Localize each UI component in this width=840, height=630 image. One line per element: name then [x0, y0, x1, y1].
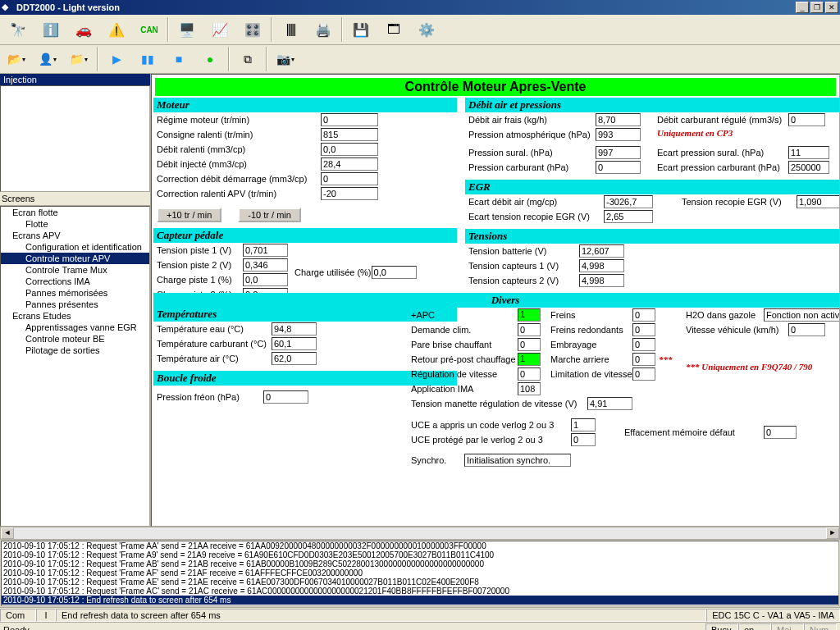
regulation-vitesse-value[interactable] — [518, 368, 541, 381]
folder-open-icon[interactable]: 📂▾ — [3, 50, 30, 68]
minimize-button[interactable]: _ — [796, 2, 809, 13]
pause-button[interactable]: ▮▮ — [135, 50, 161, 68]
printer-icon[interactable]: 🖨️ — [308, 16, 338, 43]
tree-item[interactable]: Pilotage de sorties — [1, 345, 149, 356]
tree-root-selection[interactable]: Injection — [0, 74, 150, 85]
tension-capteurs2-value[interactable] — [579, 274, 624, 287]
freins-redondants-value[interactable] — [632, 323, 655, 336]
ecart-tension-recopie-value[interactable] — [604, 210, 653, 223]
effacement-memoire-value[interactable] — [764, 426, 797, 439]
log-line[interactable]: 2010-09-10 17:05:12 : Request 'Frame AE'… — [2, 578, 838, 587]
scroll-left-icon[interactable]: ◄ — [1, 527, 14, 539]
charge-piste1-value[interactable] — [243, 273, 288, 286]
tree-item[interactable]: Controle moteur APV — [1, 253, 149, 264]
log-line[interactable]: 2010-09-10 17:05:12 : Request 'Frame AC'… — [2, 587, 838, 596]
tree-item[interactable]: Flotte — [1, 218, 149, 230]
tree-group[interactable]: Ecran flotte — [1, 207, 149, 218]
record-button[interactable]: ● — [197, 50, 223, 68]
can-icon[interactable]: CAN — [135, 16, 164, 43]
tree-item[interactable]: Pannes mémorisées — [1, 287, 149, 299]
label: Charge piste 1 (%) — [157, 275, 243, 285]
board-icon[interactable]: 🎛️ — [238, 16, 267, 43]
chart-icon[interactable]: 📈 — [205, 16, 235, 43]
temp-eau-value[interactable] — [272, 322, 317, 336]
folder-icon[interactable]: 📁▾ — [66, 50, 92, 68]
barcode-icon[interactable]: ||||| — [276, 16, 305, 43]
ecu-tree[interactable] — [0, 85, 150, 192]
debit-air-frais-value[interactable] — [596, 113, 641, 126]
camera-icon[interactable]: 📷▾ — [272, 50, 299, 68]
info-icon[interactable]: ℹ️ — [36, 16, 66, 43]
log-line[interactable]: 2010-09-10 17:05:12 : End refresh data t… — [2, 596, 838, 605]
tree-item[interactable]: Controle moteur BE — [1, 333, 149, 345]
tree-item[interactable]: Pannes présentes — [1, 299, 149, 310]
scroll-right-icon[interactable]: ► — [826, 527, 839, 539]
ecart-pression-carb-value[interactable] — [788, 161, 829, 174]
chip-icon[interactable]: 💾 — [346, 16, 376, 43]
debit-injecte-value[interactable] — [321, 158, 378, 171]
uce-appris-value[interactable] — [571, 418, 596, 431]
tension-recopie-egr-value[interactable] — [797, 195, 840, 208]
tension-piste2-value[interactable] — [243, 258, 288, 272]
plus-10-button[interactable]: +10 tr / min — [157, 208, 221, 222]
close-button[interactable]: ✕ — [825, 2, 838, 13]
page-title: Contrôle Moteur Apres-Vente — [155, 78, 836, 96]
window-icon[interactable]: 🗔 — [379, 16, 409, 43]
user-icon[interactable]: 👤▾ — [34, 50, 61, 68]
log-line[interactable]: 2010-09-10 17:05:12 : Request 'Frame AA'… — [2, 541, 838, 550]
demande-clim-value[interactable] — [518, 323, 541, 336]
pression-freon-value[interactable] — [263, 390, 308, 404]
temp-carburant-value[interactable] — [272, 337, 317, 350]
regime-moteur-value[interactable] — [321, 113, 378, 126]
vitesse-vehicule-value[interactable] — [788, 323, 825, 336]
scroll-track[interactable] — [14, 527, 826, 539]
consigne-ralenti-value[interactable] — [321, 128, 378, 141]
tension-capteurs1-value[interactable] — [579, 259, 624, 272]
corr-ralenti-value[interactable] — [321, 187, 378, 200]
play-button[interactable]: ▶ — [103, 50, 130, 68]
binoculars-icon[interactable]: 🔭 — [3, 16, 33, 43]
debit-carburant-reg-value[interactable] — [788, 113, 825, 126]
parebrise-value[interactable] — [518, 338, 541, 351]
log-line[interactable]: 2010-09-10 17:05:12 : Request 'Frame A9'… — [2, 550, 838, 559]
temp-air-value[interactable] — [272, 352, 317, 365]
copy-icon[interactable]: ⧉ — [235, 50, 261, 68]
debit-ralenti-value[interactable] — [321, 143, 378, 156]
restore-button[interactable]: ❐ — [810, 2, 824, 13]
warning-icon[interactable]: ⚠️ — [102, 16, 131, 43]
tree-item[interactable]: Configuration et identification — [1, 241, 149, 253]
tree-group[interactable]: Ecrans Etudes — [1, 310, 149, 322]
log-line[interactable]: 2010-09-10 17:05:12 : Request 'Frame AF'… — [2, 568, 838, 578]
charge-utilisee-value[interactable] — [372, 266, 417, 279]
tree-item[interactable]: Corrections IMA — [1, 276, 149, 287]
h2o-gazole-value[interactable] — [764, 308, 840, 322]
log-panel[interactable]: 2010-09-10 17:05:12 : Request 'Frame AA'… — [1, 541, 839, 606]
tension-piste1-value[interactable] — [243, 244, 288, 257]
embrayage-value[interactable] — [632, 338, 655, 351]
limitation-vitesse-value[interactable] — [632, 368, 655, 381]
ecart-pression-sural-value[interactable] — [788, 146, 829, 159]
synchro-value[interactable] — [464, 454, 571, 467]
tension-manette-value[interactable] — [587, 397, 632, 410]
pression-sural-value[interactable] — [596, 146, 641, 159]
pression-atmo-value[interactable] — [596, 128, 641, 141]
tree-group[interactable]: Ecrans APV — [1, 230, 149, 241]
corr-demarrage-value[interactable] — [321, 172, 378, 185]
tension-batterie-value[interactable] — [579, 244, 624, 258]
freins-value[interactable] — [632, 308, 655, 322]
marche-arriere-value[interactable] — [632, 353, 655, 366]
ecart-debit-air-value[interactable] — [604, 195, 653, 208]
pression-carburant-value[interactable] — [596, 161, 641, 174]
uce-protege-value[interactable] — [571, 433, 596, 446]
monitor-icon[interactable]: 🖥️ — [172, 16, 202, 43]
stop-button[interactable]: ■ — [166, 50, 192, 68]
screens-tree[interactable]: Ecran flotteFlotteEcrans APVConfiguratio… — [0, 206, 150, 527]
gear-icon[interactable]: ⚙️ — [412, 16, 441, 43]
log-line[interactable]: 2010-09-10 17:05:12 : Request 'Frame AB'… — [2, 559, 838, 568]
minus-10-button[interactable]: -10 tr / min — [238, 208, 301, 222]
application-ima-value[interactable] — [518, 382, 541, 395]
horizontal-scrollbar[interactable]: ◄ ► — [0, 527, 840, 540]
tree-item[interactable]: Apprentissages vanne EGR — [1, 322, 149, 333]
tree-item[interactable]: Controle Trame Mux — [1, 264, 149, 276]
car-icon[interactable]: 🚗 — [69, 16, 98, 43]
